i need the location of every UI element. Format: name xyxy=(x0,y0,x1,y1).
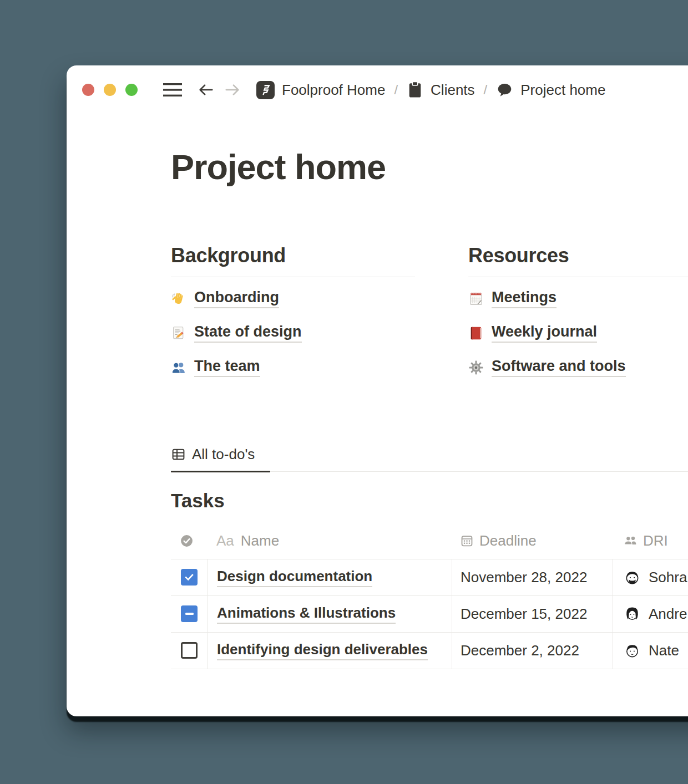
task-deadline-cell[interactable]: December 15, 2022 xyxy=(452,596,613,632)
task-page-link[interactable]: Identifying design deliverables xyxy=(217,641,428,660)
column-header-deadline[interactable]: Deadline xyxy=(452,523,613,559)
column-label: DRI xyxy=(643,532,668,549)
task-dri-cell[interactable]: Nate xyxy=(613,633,688,669)
people-icon xyxy=(623,533,638,548)
close-window-button[interactable] xyxy=(82,84,94,96)
section-resources: Resources xyxy=(468,244,688,385)
waving-hand-icon xyxy=(171,291,186,307)
check-circle-icon xyxy=(180,534,194,548)
view-tabs: All to-do's xyxy=(171,446,688,472)
link-row-meetings[interactable]: Meetings xyxy=(468,282,688,316)
link-row-software-and-tools[interactable]: Software and tools xyxy=(468,350,688,385)
page-link-label[interactable]: Weekly journal xyxy=(492,323,597,343)
titlebar: Foolproof Home / Clients / Project home xyxy=(67,65,688,100)
back-arrow-icon[interactable] xyxy=(198,82,214,98)
breadcrumb-label: Foolproof Home xyxy=(282,82,385,99)
breadcrumb-separator: / xyxy=(394,82,398,98)
tasks-table: Aa Name Deadline xyxy=(171,523,688,669)
section-heading: Resources xyxy=(468,244,688,267)
link-row-the-team[interactable]: The team xyxy=(171,350,415,385)
deadline-value: December 2, 2022 xyxy=(461,642,579,659)
avatar xyxy=(624,642,641,659)
column-label: Name xyxy=(241,532,279,549)
calendar-icon xyxy=(460,534,474,548)
table-row: Animations & Illustrations December 15, … xyxy=(171,596,688,633)
page-content: Project home Background xyxy=(67,100,688,669)
page-title: Project home xyxy=(171,100,688,189)
breadcrumb-item-project-home[interactable]: Project home xyxy=(496,82,605,99)
table-header-row: Aa Name Deadline xyxy=(171,523,688,559)
link-row-state-of-design[interactable]: State of design xyxy=(171,316,415,350)
app-window: Foolproof Home / Clients / Project home … xyxy=(67,65,688,716)
zoom-window-button[interactable] xyxy=(125,84,138,96)
speech-bubble-icon xyxy=(496,82,513,99)
link-row-weekly-journal[interactable]: Weekly journal xyxy=(468,316,688,350)
spiral-calendar-icon xyxy=(468,291,484,307)
task-dri-cell[interactable]: Andre xyxy=(613,596,688,632)
page-link-label[interactable]: State of design xyxy=(194,323,302,343)
text-type-icon: Aa xyxy=(216,532,234,549)
red-book-icon xyxy=(468,325,484,341)
task-name-cell[interactable]: Animations & Illustrations xyxy=(208,596,452,632)
minimize-window-button[interactable] xyxy=(104,84,116,96)
foolproof-logo-icon xyxy=(256,81,275,99)
task-checkbox[interactable] xyxy=(181,642,198,659)
deadline-value: November 28, 2022 xyxy=(461,569,587,586)
breadcrumb-item-clients[interactable]: Clients xyxy=(407,81,474,99)
table-row: Identifying design deliverables December… xyxy=(171,633,688,669)
task-checkbox[interactable] xyxy=(181,569,198,586)
page-link-label[interactable]: Software and tools xyxy=(492,358,626,377)
dri-name: Sohra xyxy=(649,569,687,586)
section-background: Background xyxy=(171,244,415,385)
breadcrumb-label: Clients xyxy=(431,82,474,99)
memo-pencil-icon xyxy=(171,325,186,341)
column-header-name[interactable]: Aa Name xyxy=(208,523,452,559)
breadcrumb-label: Project home xyxy=(520,82,605,99)
clipboard-icon xyxy=(407,81,423,99)
tab-all-todos[interactable]: All to-do's xyxy=(171,446,270,471)
page-link-label[interactable]: Meetings xyxy=(492,289,557,308)
breadcrumb-item-workspace[interactable]: Foolproof Home xyxy=(256,81,385,99)
task-page-link[interactable]: Design documentation xyxy=(217,568,372,587)
gear-icon xyxy=(468,360,484,375)
menu-icon[interactable] xyxy=(163,83,182,97)
task-page-link[interactable]: Animations & Illustrations xyxy=(217,604,396,624)
avatar xyxy=(624,569,641,586)
task-deadline-cell[interactable]: November 28, 2022 xyxy=(452,559,613,595)
dri-name: Andre xyxy=(649,605,687,623)
tab-label: All to-do's xyxy=(192,446,255,463)
deadline-value: December 15, 2022 xyxy=(461,605,587,623)
page-link-label[interactable]: Onboarding xyxy=(194,289,279,308)
section-columns: Background xyxy=(171,244,688,385)
section-heading: Background xyxy=(171,244,415,267)
task-name-cell[interactable]: Identifying design deliverables xyxy=(208,633,452,669)
link-row-onboarding[interactable]: Onboarding xyxy=(171,282,415,316)
divider xyxy=(468,277,688,277)
page-link-label[interactable]: The team xyxy=(194,358,260,377)
breadcrumb-separator: / xyxy=(484,82,488,98)
task-dri-cell[interactable]: Sohra xyxy=(613,559,688,595)
forward-arrow-icon[interactable] xyxy=(224,82,241,98)
column-header-dri[interactable]: DRI xyxy=(613,523,688,559)
divider xyxy=(171,277,415,277)
task-name-cell[interactable]: Design documentation xyxy=(208,559,452,595)
two-busts-icon xyxy=(171,360,186,375)
column-label: Deadline xyxy=(479,532,537,549)
table-row: Design documentation November 28, 2022 xyxy=(171,559,688,596)
task-deadline-cell[interactable]: December 2, 2022 xyxy=(452,633,613,669)
dri-name: Nate xyxy=(649,642,679,659)
tasks-title: Tasks xyxy=(171,490,688,512)
table-view-icon xyxy=(171,447,186,462)
task-checkbox[interactable] xyxy=(181,605,198,622)
avatar xyxy=(624,605,641,623)
column-header-done[interactable] xyxy=(171,523,208,559)
